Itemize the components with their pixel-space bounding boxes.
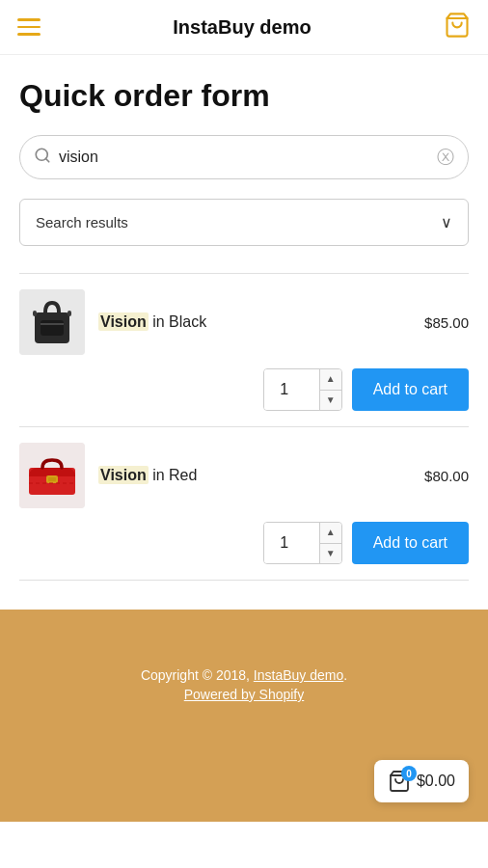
floating-cart-icon: 0 — [388, 770, 411, 793]
product-item-2: Vision in Red $80.00 ▲ ▼ Add to cart — [19, 427, 469, 581]
search-results-dropdown[interactable]: Search results ∨ — [19, 199, 469, 246]
floating-cart-button[interactable]: 0 $0.00 — [374, 760, 469, 802]
footer-period: . — [343, 667, 347, 683]
quantity-down-2[interactable]: ▼ — [320, 544, 341, 564]
chevron-down-icon: ∨ — [441, 213, 452, 231]
svg-rect-7 — [33, 311, 37, 316]
product-image-1 — [19, 289, 85, 355]
header-title: InstaBuy demo — [173, 16, 311, 39]
cart-total: $0.00 — [417, 773, 455, 790]
footer-site-link[interactable]: InstaBuy demo — [254, 667, 343, 683]
dropdown-label: Search results — [36, 214, 128, 231]
svg-rect-12 — [48, 477, 56, 481]
product-image-2 — [19, 443, 85, 508]
product-name-1: Vision in Black — [98, 313, 411, 331]
product-row-1: Vision in Black $85.00 — [19, 289, 469, 355]
product-price-1: $85.00 — [424, 314, 469, 331]
quantity-stepper-2: ▲ ▼ — [263, 522, 342, 564]
add-to-cart-button-1[interactable]: Add to cart — [352, 368, 469, 411]
product-item-1: Vision in Black $85.00 ▲ ▼ Add to cart — [19, 274, 469, 427]
footer: Copyright © 2018, InstaBuy demo. Powered… — [0, 610, 488, 822]
quantity-down-1[interactable]: ▼ — [320, 391, 341, 411]
copyright-text: Copyright © 2018, — [141, 667, 254, 683]
product-actions-1: ▲ ▼ Add to cart — [19, 368, 469, 411]
header-cart-button[interactable] — [444, 12, 471, 42]
main-content: Quick order form ⓧ Search results ∨ — [0, 55, 488, 581]
footer-copyright: Copyright © 2018, InstaBuy demo. — [19, 667, 469, 683]
search-input[interactable] — [59, 149, 437, 166]
cart-icon — [444, 12, 471, 39]
clear-search-icon[interactable]: ⓧ — [437, 146, 454, 169]
svg-rect-5 — [41, 320, 64, 336]
cart-badge: 0 — [401, 766, 417, 781]
svg-rect-8 — [68, 311, 71, 316]
quantity-up-1[interactable]: ▲ — [320, 369, 341, 391]
product-row-2: Vision in Red $80.00 — [19, 443, 469, 508]
product-highlight-1: Vision — [98, 312, 149, 331]
product-highlight-2: Vision — [98, 466, 149, 484]
svg-line-2 — [45, 158, 48, 161]
quantity-up-2[interactable]: ▲ — [320, 523, 341, 544]
search-icon — [34, 147, 51, 168]
hamburger-menu[interactable] — [17, 18, 41, 36]
product-bag-red-svg — [19, 443, 85, 508]
quantity-input-2[interactable] — [264, 523, 319, 563]
header: InstaBuy demo — [0, 0, 488, 55]
powered-by-shopify-link[interactable]: Powered by Shopify — [19, 687, 469, 702]
add-to-cart-button-2[interactable]: Add to cart — [352, 522, 469, 564]
page-title: Quick order form — [19, 78, 469, 114]
product-name-2: Vision in Red — [98, 467, 411, 484]
product-list: Vision in Black $85.00 ▲ ▼ Add to cart — [19, 273, 469, 581]
product-bag-black-svg — [19, 289, 85, 355]
search-bar: ⓧ — [19, 135, 469, 179]
quantity-input-1[interactable] — [264, 369, 319, 410]
quantity-spinners-2: ▲ ▼ — [319, 523, 341, 563]
product-price-2: $80.00 — [424, 468, 469, 484]
quantity-stepper-1: ▲ ▼ — [263, 368, 342, 411]
product-actions-2: ▲ ▼ Add to cart — [19, 522, 469, 564]
quantity-spinners-1: ▲ ▼ — [319, 369, 341, 410]
